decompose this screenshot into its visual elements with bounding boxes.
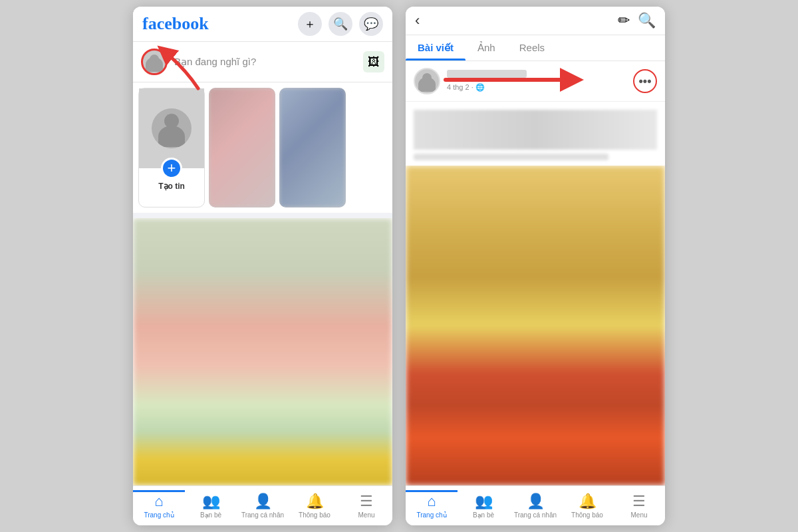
post-username-blur (447, 70, 527, 78)
home-icon: ⌂ (154, 493, 163, 510)
left-bottom-nav: ⌂ Trang chủ 👥 Bạn bè 👤 Trang cá nhân 🔔 T… (133, 485, 392, 525)
r-nav-notifications[interactable]: 🔔 Thông báo (561, 490, 613, 521)
r-nav-home-label: Trang chủ (416, 511, 446, 519)
story-card-1[interactable] (209, 88, 275, 207)
right-phone: ‹ ✏ 🔍 Bài viết Ảnh Reels 4 thg 2 · 🌐 ••• (406, 7, 665, 525)
r-home-icon: ⌂ (427, 493, 436, 510)
story-add-button[interactable]: + (161, 158, 182, 179)
left-header: facebook ＋ 🔍 💬 (133, 7, 392, 42)
nav-profile-label: Trang cá nhân (241, 511, 284, 519)
nav-menu-label: Menu (358, 511, 374, 519)
photo-icon[interactable]: 🖼 (363, 51, 384, 72)
post-content-blur-1 (414, 110, 657, 150)
post-user-info: 4 thg 2 · 🌐 (447, 70, 626, 92)
r-nav-menu-label: Menu (630, 511, 647, 519)
r-nav-profile-label: Trang cá nhân (514, 511, 557, 519)
story-card-2[interactable] (279, 88, 346, 207)
nav-notifications[interactable]: 🔔 Thông báo (289, 490, 340, 521)
post-content-blur-2 (414, 154, 608, 160)
nav-profile[interactable]: 👤 Trang cá nhân (237, 490, 289, 521)
r-menu-icon: ☰ (632, 493, 646, 510)
left-phone: facebook ＋ 🔍 💬 Bạn đang nghĩ gì? 🖼 (133, 7, 392, 525)
feed-post-image (133, 218, 392, 485)
header-icons: ＋ 🔍 💬 (298, 12, 383, 36)
facebook-logo: facebook (142, 14, 209, 34)
nav-notifications-label: Thông báo (299, 511, 331, 519)
r-nav-profile[interactable]: 👤 Trang cá nhân (509, 490, 561, 521)
nav-home-label: Trang chủ (144, 511, 174, 519)
r-nav-menu[interactable]: ☰ Menu (613, 490, 665, 521)
r-nav-friends-label: Bạn bè (473, 511, 494, 519)
create-story-card[interactable]: + Tạo tin (138, 88, 205, 207)
post-author-avatar (414, 68, 440, 94)
back-icon[interactable]: ‹ (415, 12, 420, 29)
nav-home[interactable]: ⌂ Trang chủ (133, 490, 185, 521)
messenger-icon[interactable]: 💬 (359, 12, 383, 36)
tab-reels[interactable]: Reels (507, 35, 557, 61)
right-header-icons: ✏ 🔍 (618, 12, 656, 29)
profile-icon: 👤 (254, 493, 272, 510)
search-icon[interactable]: 🔍 (329, 12, 352, 36)
story-avatar-area: + (139, 88, 204, 168)
right-header: ‹ ✏ 🔍 (406, 7, 665, 35)
nav-menu[interactable]: ☰ Menu (340, 490, 392, 521)
post-placeholder[interactable]: Bạn đang nghĩ gì? (174, 56, 356, 68)
edit-icon[interactable]: ✏ (618, 12, 630, 29)
right-bottom-nav: ⌂ Trang chủ 👥 Bạn bè 👤 Trang cá nhân 🔔 T… (406, 485, 665, 525)
create-story-label: Tạo tin (158, 182, 185, 191)
create-post-bar[interactable]: Bạn đang nghĩ gì? 🖼 (133, 42, 392, 82)
friends-icon: 👥 (202, 493, 220, 510)
tab-posts[interactable]: Bài viết (406, 35, 466, 61)
r-nav-friends[interactable]: 👥 Bạn bè (458, 490, 509, 521)
post-date: 4 thg 2 · 🌐 (447, 83, 485, 91)
right-feed-image (406, 166, 665, 485)
tab-photos[interactable]: Ảnh (466, 35, 507, 61)
search-icon-right[interactable]: 🔍 (638, 12, 656, 29)
story-image-1 (209, 88, 275, 207)
r-bell-icon: 🔔 (579, 493, 597, 510)
r-nav-notifications-label: Thông báo (571, 511, 603, 519)
right-feed (406, 166, 665, 485)
r-nav-home[interactable]: ⌂ Trang chủ (406, 490, 458, 521)
nav-friends-label: Bạn bè (200, 511, 221, 519)
story-avatar-icon (152, 108, 192, 148)
story-image-2 (279, 88, 346, 207)
r-profile-icon: 👤 (527, 493, 545, 510)
feed-post (133, 218, 392, 485)
user-avatar[interactable] (141, 49, 168, 75)
three-dots-button[interactable]: ••• (633, 69, 657, 93)
bell-icon: 🔔 (306, 493, 324, 510)
nav-friends[interactable]: 👥 Bạn bè (185, 490, 237, 521)
tabs-bar: Bài viết Ảnh Reels (406, 35, 665, 61)
r-friends-icon: 👥 (475, 493, 493, 510)
menu-icon: ☰ (360, 493, 373, 510)
post-content-area (406, 102, 665, 166)
add-icon[interactable]: ＋ (298, 12, 322, 36)
stories-section: + Tạo tin (133, 82, 392, 218)
post-header-row: 4 thg 2 · 🌐 ••• (406, 61, 665, 102)
